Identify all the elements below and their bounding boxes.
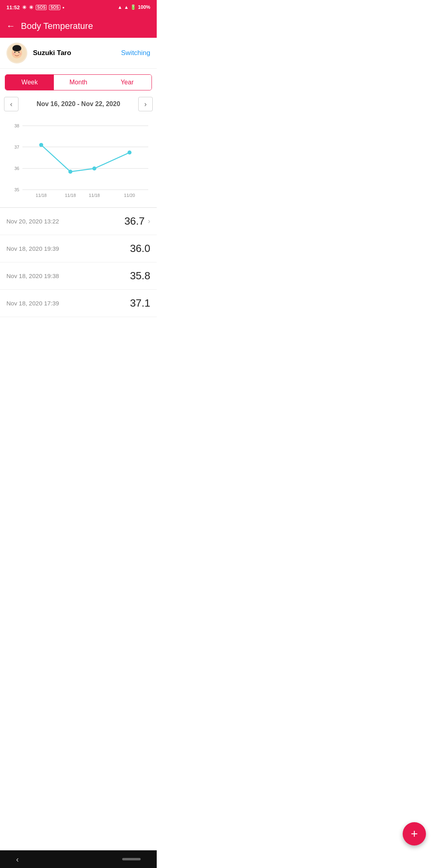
battery-percent: 100% [138,4,150,10]
chevron-right-icon: › [144,100,147,108]
record-row[interactable]: Nov 20, 2020 13:22 36.7 › [0,208,157,235]
svg-point-7 [13,53,15,55]
chart-container: 38 37 36 35 11/18 11/18 11/18 11/20 [0,115,157,206]
record-value-4: 37.1 [130,297,150,309]
record-right-3: 35.8 [130,270,150,282]
temperature-chart: 38 37 36 35 11/18 11/18 11/18 11/20 [6,118,150,198]
chevron-left-icon: ‹ [10,100,12,108]
svg-text:37: 37 [14,145,19,149]
app-bar: ← Body Temperature [0,14,157,38]
chart-point-2 [68,170,72,174]
svg-text:35: 35 [14,187,19,192]
tab-week[interactable]: Week [5,75,54,90]
svg-text:11/18: 11/18 [36,193,47,198]
status-left: 11:52 ✳ ✳ SOS SOS • [6,4,64,10]
svg-text:38: 38 [14,123,19,128]
slack-icon-1: ✳ [22,4,27,10]
record-date-1: Nov 20, 2020 13:22 [6,218,59,225]
svg-text:36: 36 [14,166,19,171]
app-bar-title: Body Temperature [21,21,93,31]
record-value-3: 35.8 [130,270,150,282]
records-section: Nov 20, 2020 13:22 36.7 › Nov 18, 2020 1… [0,207,157,317]
record-right-2: 36.0 [130,242,150,255]
record-date-4: Nov 18, 2020 17:39 [6,300,59,307]
svg-point-9 [12,46,21,51]
status-time: 11:52 [6,4,20,10]
svg-text:11/20: 11/20 [124,193,135,198]
record-right-4: 37.1 [130,297,150,309]
user-name: Suzuki Taro [33,49,121,57]
avatar-svg [7,43,27,63]
svg-point-8 [19,53,21,55]
avatar [6,43,27,63]
sos-icon-1: SOS [36,5,47,10]
next-button[interactable]: › [138,97,153,111]
status-bar: 11:52 ✳ ✳ SOS SOS • ▲ ▲ 🔋 100% [0,0,157,14]
record-value-2: 36.0 [130,242,150,255]
date-nav: ‹ Nov 16, 2020 - Nov 22, 2020 › [0,90,157,115]
chart-point-4 [127,151,131,155]
tab-year[interactable]: Year [103,75,151,90]
record-right-1: 36.7 › [124,215,150,227]
svg-text:11/18: 11/18 [89,193,100,198]
back-button[interactable]: ← [6,21,15,31]
chart-point-3 [92,166,96,170]
slack-icon-2: ✳ [29,4,33,10]
status-right: ▲ ▲ 🔋 100% [118,4,150,10]
record-arrow-1: › [148,217,150,225]
user-row: Suzuki Taro Switching [0,38,157,69]
prev-button[interactable]: ‹ [4,97,18,111]
chart-point-1 [39,143,43,147]
battery-icon: 🔋 [130,4,136,10]
record-date-2: Nov 18, 2020 19:39 [6,245,59,252]
date-range: Nov 16, 2020 - Nov 22, 2020 [37,100,120,108]
wifi-icon: ▲ [118,4,123,10]
tab-row: Week Month Year [5,74,152,90]
switching-button[interactable]: Switching [121,49,150,57]
svg-text:11/18: 11/18 [65,193,76,198]
record-row[interactable]: Nov 18, 2020 19:38 35.8 [0,262,157,290]
record-row[interactable]: Nov 18, 2020 19:39 36.0 [0,235,157,262]
dot-icon: • [63,4,65,10]
tab-month[interactable]: Month [54,75,102,90]
record-date-3: Nov 18, 2020 19:38 [6,272,59,279]
record-row[interactable]: Nov 18, 2020 17:39 37.1 [0,290,157,317]
svg-point-6 [18,52,20,53]
sos-icon-2: SOS [49,5,60,10]
signal-icon: ▲ [124,4,129,10]
record-value-1: 36.7 [124,215,145,227]
svg-point-5 [14,52,16,53]
